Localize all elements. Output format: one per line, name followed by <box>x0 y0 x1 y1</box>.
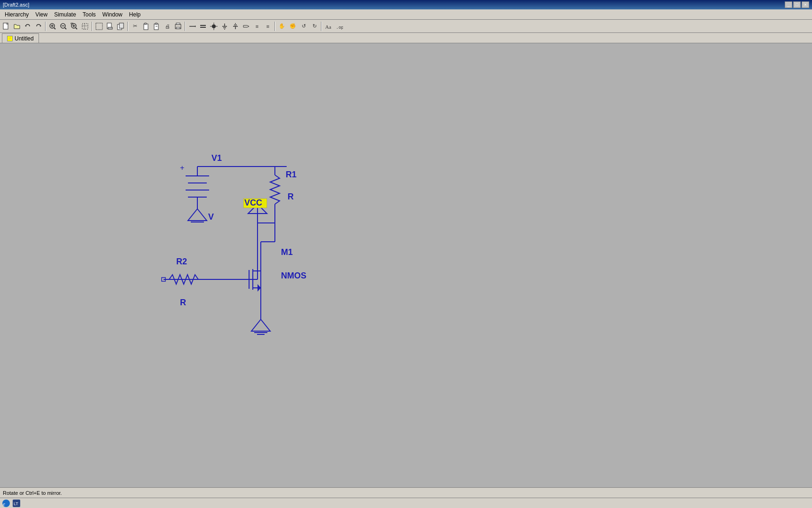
svg-rect-16 <box>82 24 88 29</box>
paste-button[interactable] <box>141 21 151 32</box>
status-bar: Rotate or Ctrl+E to mirror. <box>0 487 812 498</box>
tab-label: Untitled <box>15 35 34 42</box>
menu-window[interactable]: Window <box>100 10 125 19</box>
svg-text:V: V <box>208 212 214 222</box>
open-button[interactable] <box>12 21 22 32</box>
zoom-out-button[interactable] <box>58 21 69 32</box>
separator-1 <box>45 22 46 31</box>
svg-text:LT: LT <box>14 501 18 506</box>
spice-directive-button[interactable]: .op <box>334 21 344 32</box>
svg-text:.op: .op <box>336 25 343 30</box>
separator-4 <box>185 22 186 31</box>
svg-marker-2 <box>25 25 26 27</box>
zoom-fit-button[interactable] <box>69 21 79 32</box>
cut-button[interactable]: ✂ <box>130 21 140 32</box>
svg-text:VCC: VCC <box>244 198 262 207</box>
draw-wire-button[interactable] <box>187 21 197 32</box>
svg-marker-56 <box>188 209 207 221</box>
add-label-button[interactable] <box>241 21 251 32</box>
svg-text:+: + <box>180 164 184 172</box>
zoom-area-button[interactable] <box>80 21 90 32</box>
status-message: Rotate or Ctrl+E to mirror. <box>3 490 62 496</box>
hand-tool-button[interactable]: ✋ <box>277 21 287 32</box>
minimize-button[interactable]: _ <box>785 1 792 8</box>
tab-untitled[interactable]: ⚡ Untitled <box>2 33 39 43</box>
svg-line-10 <box>65 28 66 29</box>
svg-rect-27 <box>155 23 157 24</box>
svg-text:R: R <box>288 192 294 201</box>
separator-2 <box>92 22 93 31</box>
menu-view[interactable]: View <box>32 10 50 19</box>
svg-rect-21 <box>108 27 112 29</box>
maximize-button[interactable]: □ <box>793 1 801 8</box>
add-component2-button[interactable]: ≡ <box>263 21 273 32</box>
bottom-bar: e LT <box>0 498 812 508</box>
svg-text:R2: R2 <box>176 257 187 266</box>
ie-icon: e <box>2 499 10 508</box>
svg-line-7 <box>54 28 55 29</box>
rotate-cw-button[interactable]: ↻ <box>309 21 320 32</box>
move-button[interactable] <box>105 21 115 32</box>
svg-line-14 <box>76 28 77 29</box>
svg-marker-33 <box>195 25 196 27</box>
separator-3 <box>127 22 128 31</box>
svg-rect-19 <box>96 23 102 30</box>
svg-text:M1: M1 <box>281 247 293 257</box>
svg-rect-25 <box>144 23 147 24</box>
svg-rect-23 <box>119 23 124 28</box>
circuit-diagram: .circuit-line { stroke: #1e1eb4; stroke-… <box>0 43 812 487</box>
svg-marker-47 <box>243 25 249 27</box>
svg-text:Aa: Aa <box>325 24 331 30</box>
tab-icon: ⚡ <box>7 36 13 41</box>
title-bar-controls: _ □ × <box>785 1 809 8</box>
paste-special-button[interactable] <box>151 21 162 32</box>
svg-rect-26 <box>154 24 158 30</box>
add-component-button[interactable]: ≡ <box>252 21 262 32</box>
toolbar: ✂ 🖨 ≡ ≡ ✋ ✊ ↺ ↻ Aa .op <box>0 20 812 33</box>
svg-marker-3 <box>40 25 41 27</box>
menu-bar: Hierarchy View Simulate Tools Window Hel… <box>0 9 812 20</box>
menu-help[interactable]: Help <box>126 10 144 19</box>
new-button[interactable] <box>1 21 11 32</box>
svg-marker-88 <box>251 319 270 331</box>
menu-tools[interactable]: Tools <box>80 10 99 19</box>
undo-button[interactable] <box>23 21 33 32</box>
print-preview-button[interactable] <box>173 21 183 32</box>
title-bar-text: [Draft2.asc] <box>3 2 29 8</box>
rotate-ccw-button[interactable]: ↺ <box>298 21 309 32</box>
separator-6 <box>321 22 322 31</box>
select-button[interactable] <box>94 21 104 32</box>
svg-text:NMOS: NMOS <box>281 271 306 280</box>
menu-simulate[interactable]: Simulate <box>51 10 79 19</box>
title-bar: [Draft2.asc] _ □ × <box>0 0 812 9</box>
place-power-button[interactable] <box>230 21 241 32</box>
place-junction-button[interactable] <box>209 21 219 32</box>
app-icon: LT <box>12 499 21 508</box>
svg-rect-24 <box>144 24 148 30</box>
svg-text:e: e <box>3 501 5 507</box>
svg-marker-85 <box>258 284 261 292</box>
svg-text:R1: R1 <box>286 170 297 179</box>
print-button[interactable]: 🖨 <box>162 21 172 32</box>
zoom-in-button[interactable] <box>47 21 58 32</box>
redo-button[interactable] <box>33 21 44 32</box>
separator-5 <box>274 22 275 31</box>
copy-button[interactable] <box>116 21 126 32</box>
svg-rect-31 <box>176 27 180 29</box>
svg-rect-30 <box>176 23 180 24</box>
move-origin-button[interactable]: ✊ <box>288 21 298 32</box>
place-ground-button[interactable] <box>219 21 230 32</box>
svg-text:V1: V1 <box>211 153 222 163</box>
edit-text-button[interactable]: Aa <box>323 21 334 32</box>
tab-bar: ⚡ Untitled <box>0 33 812 43</box>
menu-hierarchy[interactable]: Hierarchy <box>2 10 31 19</box>
close-button[interactable]: × <box>802 1 809 8</box>
svg-text:R: R <box>180 298 186 307</box>
canvas-area[interactable]: .circuit-line { stroke: #1e1eb4; stroke-… <box>0 43 812 487</box>
draw-bus-button[interactable] <box>198 21 208 32</box>
